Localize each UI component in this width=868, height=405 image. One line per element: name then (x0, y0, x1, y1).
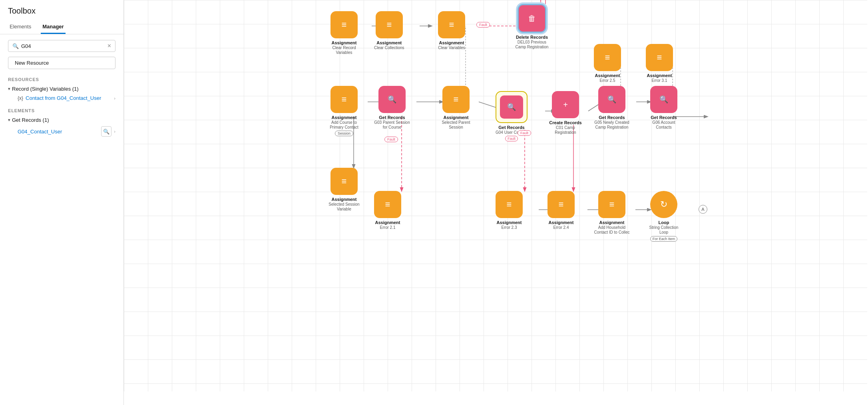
assign-add-course-sublabel: Add Course to Primary Contact (326, 120, 362, 130)
tab-manager[interactable]: Manager (41, 20, 65, 34)
g04-contact-label: G04_Contact_User (18, 129, 62, 135)
get-records-g05-box: 🔍 (598, 86, 625, 113)
node-get-records-g05[interactable]: 🔍 Get Records G05 Newly Created Camp Reg… (594, 86, 630, 130)
assign-clear-collections-label: Assignment (376, 40, 402, 46)
search-container: 🔍 × (8, 40, 115, 52)
assign-selected-parent-sublabel: Selected Parent Session (438, 120, 474, 130)
assign-error-25-label: Assignment (595, 73, 620, 78)
tab-bar: Elements Manager (0, 20, 123, 34)
node-assign-clear-vars[interactable]: ≡ Assignment Clear Variables (438, 11, 465, 50)
toolbox-title: Toolbox (0, 6, 123, 20)
assign-error-21-label: Assignment (375, 220, 400, 225)
assign-selected-parent-label: Assignment (444, 115, 469, 120)
chevron-down-icon-2: ▾ (8, 117, 10, 123)
fault-label-2: Fault (384, 137, 398, 142)
get-records-g04-label: Get Records (498, 125, 524, 130)
node-assign-clear-collections[interactable]: ≡ Assignment Clear Collections (374, 11, 404, 50)
resources-section: RESOURCES ▾ Record (Single) Variables (1… (0, 77, 123, 103)
assign-error-31-label: Assignment (647, 73, 672, 78)
assign-household-sublabel: Add Household Contact ID to Collec (594, 225, 630, 235)
get-records-g05-sublabel: G05 Newly Created Camp Registration (594, 120, 630, 130)
assign-selected-session-label: Assignment (332, 197, 357, 202)
get-records-g04-box: 🔍 (496, 91, 528, 123)
node-delete-records[interactable]: 🗑 Delete Records DEL03 Previous Camp Reg… (514, 4, 550, 50)
get-records-group[interactable]: ▾ Get Records (1) (0, 115, 123, 125)
sidebar: Toolbox Elements Manager 🔍 × New Resourc… (0, 0, 124, 405)
assign-add-course-label: Assignment (332, 115, 357, 120)
fault-label-3: Fault (518, 130, 531, 136)
search-input[interactable] (21, 43, 108, 49)
node-assign-error-31[interactable]: ≡ Assignment Error 3.1 (646, 44, 673, 83)
node-assign-selected-session[interactable]: ≡ Assignment Selected Session Variable (326, 168, 362, 212)
contact-g04-item[interactable]: {x} Contact from G04_Contact_User › (0, 93, 123, 103)
assign-error-21-box: ≡ (374, 191, 401, 218)
chevron-down-icon: ▾ (8, 86, 10, 91)
node-assign-add-course[interactable]: ≡ Assignment Add Course to Primary Conta… (326, 86, 362, 136)
node-assign-selected-parent[interactable]: ≡ Assignment Selected Parent Session (438, 86, 474, 130)
assign-clear-collections-sublabel: Clear Collections (374, 46, 404, 50)
assign-error-24-box: ≡ (547, 191, 575, 218)
delete-records-box: 🗑 (518, 4, 546, 33)
get-records-g05-label: Get Records (599, 115, 625, 120)
assign-clear-record-label: Assignment (332, 40, 357, 46)
assign-error-23-box: ≡ (496, 191, 523, 218)
tab-elements[interactable]: Elements (8, 20, 33, 34)
variable-icon: {x} (18, 95, 23, 101)
node-assign-error-24[interactable]: ≡ Assignment Error 2.4 (547, 191, 575, 230)
assign-error-21-sublabel: Error 2.1 (380, 225, 396, 230)
chevron-right-icon: › (114, 96, 115, 101)
search-element-button[interactable]: 🔍 (101, 126, 111, 137)
node-loop-string[interactable]: ↻ Loop String Collection Loop For Each I… (646, 191, 682, 242)
node-assign-error-21[interactable]: ≡ Assignment Error 2.1 (374, 191, 401, 230)
assign-error-23-sublabel: Error 2.3 (502, 225, 517, 230)
resources-label: RESOURCES (0, 77, 123, 84)
contact-g04-label: Contact from G04_Contact_User (26, 95, 101, 101)
node-assign-error-23[interactable]: ≡ Assignment Error 2.3 (496, 191, 523, 230)
g04-contact-user-item[interactable]: G04_Contact_User 🔍 › (0, 125, 123, 138)
get-records-g06-label: Get Records (651, 115, 677, 120)
item-actions: 🔍 › (101, 126, 115, 137)
assign-selected-session-box: ≡ (330, 168, 358, 195)
assign-error-24-sublabel: Error 2.4 (553, 225, 569, 230)
create-records-c01-box: + (552, 91, 579, 118)
create-records-c01-sublabel: C01 Camp Registration (547, 125, 583, 135)
chevron-right-icon-3: › (114, 129, 115, 134)
assign-error-23-label: Assignment (497, 220, 522, 225)
assign-clear-record-box: ≡ (330, 11, 358, 38)
search-icon: 🔍 (12, 43, 19, 49)
loop-string-label: Loop (659, 220, 669, 225)
node-assign-household[interactable]: ≡ Assignment Add Household Contact ID to… (594, 191, 630, 235)
node-create-records-c01[interactable]: + Create Records C01 Camp Registration (547, 91, 583, 135)
assign-selected-session-sublabel: Selected Session Variable (326, 202, 362, 212)
elements-label: ELEMENTS (0, 108, 123, 115)
get-records-g03-sublabel: G03 Parent Session for Course (374, 120, 410, 130)
session-connector-label: Session (335, 131, 353, 136)
loop-string-sublabel: String Collection Loop (646, 225, 682, 235)
record-single-variables-group[interactable]: ▾ Record (Single) Variables (1) (0, 84, 123, 93)
delete-records-sublabel: DEL03 Previous Camp Registration (514, 40, 550, 50)
get-records-g03-label: Get Records (379, 115, 405, 120)
node-assign-clear-record[interactable]: ≡ Assignment Clear Record Variables (326, 11, 362, 55)
node-get-records-g06[interactable]: 🔍 Get Records G06 Account Contacts (646, 86, 682, 130)
elements-section: ELEMENTS ▾ Get Records (1) G04_Contact_U… (0, 108, 123, 138)
assign-clear-vars-sublabel: Clear Variables (438, 46, 465, 50)
assign-add-course-box: ≡ (330, 86, 358, 113)
flow-canvas[interactable]: ≡ Assignment Clear Record Variables ≡ As… (124, 0, 868, 405)
node-assign-error-25[interactable]: ≡ Assignment Error 2.5 (594, 44, 621, 83)
g04-fault-label: Fault (505, 136, 518, 141)
assign-clear-collections-box: ≡ (376, 11, 403, 38)
new-resource-button[interactable]: New Resource (8, 57, 115, 69)
record-single-variables-label: Record (Single) Variables (1) (12, 86, 79, 92)
delete-records-label: Delete Records (516, 34, 548, 40)
create-records-c01-label: Create Records (549, 120, 581, 125)
fault-label-1: Fault (476, 22, 490, 28)
assign-clear-vars-box: ≡ (438, 11, 465, 38)
assign-household-label: Assignment (599, 220, 625, 225)
clear-search-button[interactable]: × (108, 43, 111, 49)
get-records-g06-sublabel: G06 Account Contacts (646, 120, 682, 130)
canvas-inner: ≡ Assignment Clear Record Variables ≡ As… (124, 0, 867, 391)
assign-clear-record-sublabel: Clear Record Variables (326, 46, 362, 55)
node-get-records-g03[interactable]: 🔍 Get Records G03 Parent Session for Cou… (374, 86, 410, 130)
assign-error-24-label: Assignment (549, 220, 574, 225)
get-records-label: Get Records (1) (12, 117, 49, 123)
